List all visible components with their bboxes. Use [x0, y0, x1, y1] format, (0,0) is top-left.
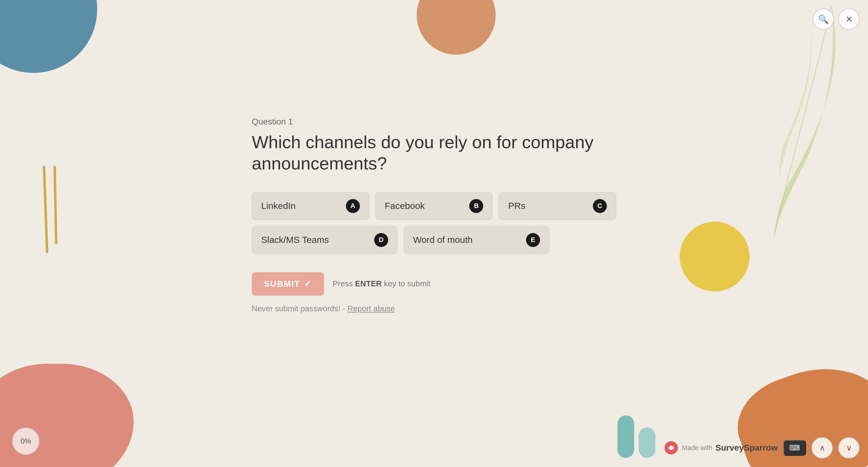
bg-teal-pill-1: [617, 415, 634, 458]
branding-made-with: Made with: [682, 444, 712, 452]
hint-key: ENTER: [355, 279, 382, 288]
submit-button[interactable]: SUBMIT ✓: [252, 272, 324, 296]
hint-prefix: Press: [333, 279, 355, 288]
hint-suffix: key to submit: [382, 279, 430, 288]
option-a-label: LinkedIn: [261, 201, 296, 211]
option-a[interactable]: LinkedIn A: [252, 192, 369, 220]
bg-blue-circle: [0, 0, 97, 73]
option-c-key: C: [593, 199, 607, 213]
bg-yellow-circle: [680, 222, 749, 291]
chevron-up-icon: ∧: [819, 443, 825, 453]
search-icon: 🔍: [818, 14, 829, 24]
submit-row: SUBMIT ✓ Press ENTER key to submit: [252, 272, 616, 296]
bg-teal-pill-2: [639, 428, 655, 458]
option-a-key: A: [346, 199, 360, 213]
option-d-label: Slack/MS Teams: [261, 235, 329, 245]
question-label: Question 1: [252, 117, 616, 127]
surveysparrow-logo-icon: [663, 440, 679, 456]
progress-badge: 0%: [12, 428, 39, 455]
bottom-bar: Made with SurveySparrow ⌨ ∧ ∨: [663, 437, 860, 459]
close-icon: ✕: [845, 14, 852, 24]
never-submit-text: Never submit passwords! -: [252, 304, 347, 313]
option-b-key: B: [469, 199, 483, 213]
search-button[interactable]: 🔍: [813, 8, 834, 30]
chevron-down-icon: ∨: [846, 443, 852, 453]
submit-hint: Press ENTER key to submit: [333, 279, 430, 289]
close-button[interactable]: ✕: [838, 8, 860, 30]
option-e-key: E: [526, 233, 540, 247]
branding-name: SurveySparrow: [716, 443, 778, 453]
leaf-decoration-right: [728, 0, 850, 243]
option-c-label: PRs: [508, 201, 525, 211]
progress-value: 0%: [21, 437, 31, 445]
submit-check-icon: ✓: [304, 279, 312, 289]
option-d[interactable]: Slack/MS Teams D: [252, 226, 398, 254]
nav-down-button[interactable]: ∨: [838, 437, 860, 459]
option-b[interactable]: Facebook B: [375, 192, 493, 220]
submit-label: SUBMIT: [264, 279, 300, 289]
option-e[interactable]: Word of mouth E: [404, 226, 550, 254]
option-c[interactable]: PRs C: [499, 192, 616, 220]
options-row-1: LinkedIn A Facebook B PRs C: [252, 192, 616, 220]
main-content: Question 1 Which channels do you rely on…: [252, 117, 616, 313]
svg-line-1: [55, 167, 56, 243]
option-d-key: D: [374, 233, 388, 247]
keyboard-button[interactable]: ⌨: [783, 440, 806, 456]
bg-orange-circle-top: [417, 0, 496, 55]
options-grid: LinkedIn A Facebook B PRs C Slack/MS Tea…: [252, 192, 616, 254]
report-abuse-link[interactable]: Report abuse: [347, 304, 395, 313]
keyboard-icon: ⌨: [789, 444, 800, 452]
question-title: Which channels do you rely on for compan…: [252, 131, 616, 174]
surveysparrow-branding: Made with SurveySparrow: [663, 440, 778, 456]
footer-text: Never submit passwords! - Report abuse: [252, 304, 616, 314]
option-b-label: Facebook: [385, 201, 425, 211]
top-controls: 🔍 ✕: [813, 8, 860, 30]
option-e-label: Word of mouth: [413, 235, 472, 245]
options-row-2: Slack/MS Teams D Word of mouth E: [252, 226, 616, 254]
stick-decoration-left: [39, 164, 64, 255]
nav-up-button[interactable]: ∧: [811, 437, 833, 459]
svg-line-0: [44, 167, 47, 252]
